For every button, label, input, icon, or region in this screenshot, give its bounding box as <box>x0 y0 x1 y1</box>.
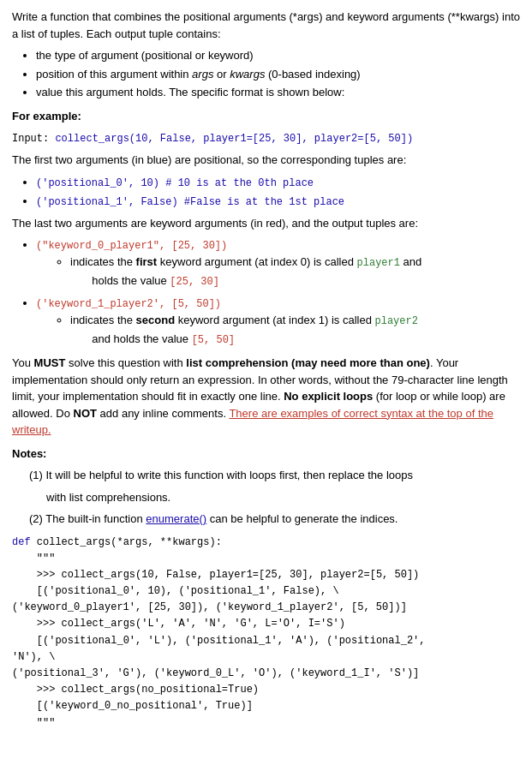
def-keyword: def <box>12 536 31 548</box>
player2-label: player2 <box>375 315 418 327</box>
no-loops-bold: No explicit loops <box>284 390 373 403</box>
intro-section: Write a function that combines the posit… <box>12 9 520 101</box>
example-header: For example: <box>12 108 520 125</box>
first-label: first <box>136 255 158 268</box>
intro-bullet-1: the type of argument (positional or keyw… <box>36 47 520 64</box>
must-bold: MUST <box>34 356 66 369</box>
kw-tuple-2: ('keyword_1_player2', [5, 50]) <box>36 298 221 310</box>
note-1: (1) It will be helpful to write this fun… <box>29 467 520 484</box>
example-list-2: ("keyword_0_player1", [25, 30]) indicate… <box>36 236 520 348</box>
kw-sub-list-1: indicates the first keyword argument (at… <box>53 254 520 290</box>
intro-bullet-3: value this argument holds. The specific … <box>36 84 520 101</box>
args-italic: args <box>192 68 213 81</box>
intro-list: the type of argument (positional or keyw… <box>36 47 520 101</box>
example-tuple-1: ('positional_0', 10) # 10 is at the 0th … <box>36 174 520 191</box>
code-section: def collect_args(*args, **kwargs): """ >… <box>12 535 520 732</box>
example-list-1: ('positional_0', 10) # 10 is at the 0th … <box>36 174 520 210</box>
kw-sub-2a: indicates the second keyword argument (a… <box>70 312 520 329</box>
example-input: Input: collect_args(10, False, player1=[… <box>12 129 520 146</box>
val1-label: [25, 30] <box>170 276 219 288</box>
must-section: You MUST solve this question with list c… <box>12 355 520 439</box>
note-1b: with list comprehensions. <box>46 489 520 506</box>
list-comp-bold: list comprehension (may need more than o… <box>186 356 430 369</box>
example-tuple-2: ('positional_1', False) #False is at the… <box>36 193 520 210</box>
code-block: def collect_args(*args, **kwargs): """ >… <box>12 535 520 732</box>
player1-label: player1 <box>357 257 400 269</box>
val2-label: [5, 50] <box>192 334 235 346</box>
enumerate-link[interactable]: enumerate() <box>146 512 206 525</box>
collect-args-call: collect_args(10, False, player1=[25, 30]… <box>55 133 413 145</box>
example-desc2: The last two arguments are keyword argum… <box>12 215 520 232</box>
intro-text: Write a function that combines the posit… <box>12 9 520 42</box>
kw-sub-list-2: indicates the second keyword argument (a… <box>53 312 520 348</box>
kw-sub-2b: and holds the value [5, 50] <box>70 331 520 348</box>
example-desc1: The first two arguments (in blue) are po… <box>12 152 520 169</box>
example-section: For example: Input: collect_args(10, Fal… <box>12 108 520 349</box>
kw-sub-1b: holds the value [25, 30] <box>70 272 520 290</box>
intro-bullet-2: position of this argument within args or… <box>36 66 520 83</box>
notes-section: Notes: (1) It will be helpful to write t… <box>12 445 520 528</box>
tuple2-code: ('positional_1', False) #False is at the… <box>36 196 344 208</box>
tuple1-code: ('positional_0', 10) # 10 is at the 0th … <box>36 177 314 189</box>
kw-sub-1a: indicates the first keyword argument (at… <box>70 254 520 271</box>
kw-bullet-1: ("keyword_0_player1", [25, 30]) indicate… <box>36 236 520 290</box>
kw-bullet-2: ('keyword_1_player2', [5, 50]) indicates… <box>36 295 520 348</box>
kw-tuple-1: ("keyword_0_player1", [25, 30]) <box>36 240 227 252</box>
must-paragraph: You MUST solve this question with list c… <box>12 355 520 439</box>
kwargs-italic: kwargs <box>230 68 265 81</box>
second-label: second <box>136 314 176 326</box>
notes-header: Notes: <box>12 445 520 463</box>
not-bold: NOT <box>74 407 97 420</box>
note-2: (2) The built-in function enumerate() ca… <box>29 511 520 528</box>
